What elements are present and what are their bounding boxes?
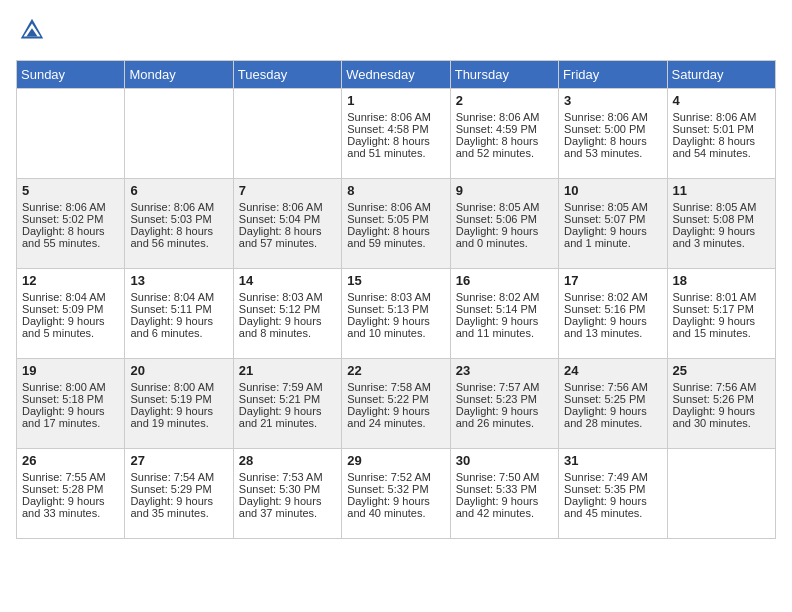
calendar-cell: 27Sunrise: 7:54 AMSunset: 5:29 PMDayligh…: [125, 449, 233, 539]
day-info: Sunrise: 8:06 AM: [130, 201, 227, 213]
weekday-header-wednesday: Wednesday: [342, 61, 450, 89]
day-number: 16: [456, 273, 553, 288]
day-info: Daylight: 9 hours and 21 minutes.: [239, 405, 336, 429]
day-info: Sunrise: 8:02 AM: [456, 291, 553, 303]
day-info: Sunset: 5:26 PM: [673, 393, 770, 405]
day-info: Sunset: 4:59 PM: [456, 123, 553, 135]
day-info: Sunrise: 8:06 AM: [347, 201, 444, 213]
day-info: Sunrise: 8:04 AM: [22, 291, 119, 303]
calendar-cell: 8Sunrise: 8:06 AMSunset: 5:05 PMDaylight…: [342, 179, 450, 269]
day-number: 22: [347, 363, 444, 378]
day-info: Sunset: 5:13 PM: [347, 303, 444, 315]
calendar-cell: 5Sunrise: 8:06 AMSunset: 5:02 PMDaylight…: [17, 179, 125, 269]
day-info: Sunset: 5:01 PM: [673, 123, 770, 135]
day-info: Sunrise: 8:00 AM: [22, 381, 119, 393]
day-number: 26: [22, 453, 119, 468]
day-number: 18: [673, 273, 770, 288]
day-info: Sunset: 5:18 PM: [22, 393, 119, 405]
day-info: Sunrise: 7:52 AM: [347, 471, 444, 483]
calendar-cell: 30Sunrise: 7:50 AMSunset: 5:33 PMDayligh…: [450, 449, 558, 539]
calendar-cell: 12Sunrise: 8:04 AMSunset: 5:09 PMDayligh…: [17, 269, 125, 359]
day-number: 30: [456, 453, 553, 468]
day-info: Daylight: 8 hours and 54 minutes.: [673, 135, 770, 159]
day-info: Daylight: 8 hours and 53 minutes.: [564, 135, 661, 159]
day-info: Daylight: 8 hours and 59 minutes.: [347, 225, 444, 249]
day-number: 15: [347, 273, 444, 288]
day-info: Daylight: 9 hours and 6 minutes.: [130, 315, 227, 339]
day-number: 20: [130, 363, 227, 378]
day-info: Sunrise: 7:55 AM: [22, 471, 119, 483]
weekday-header-friday: Friday: [559, 61, 667, 89]
calendar-cell: 22Sunrise: 7:58 AMSunset: 5:22 PMDayligh…: [342, 359, 450, 449]
day-info: Sunset: 5:25 PM: [564, 393, 661, 405]
day-info: Sunset: 5:33 PM: [456, 483, 553, 495]
day-info: Daylight: 9 hours and 15 minutes.: [673, 315, 770, 339]
day-info: Sunset: 5:00 PM: [564, 123, 661, 135]
day-number: 31: [564, 453, 661, 468]
day-info: Sunrise: 7:58 AM: [347, 381, 444, 393]
calendar-cell: 3Sunrise: 8:06 AMSunset: 5:00 PMDaylight…: [559, 89, 667, 179]
day-number: 7: [239, 183, 336, 198]
day-info: Daylight: 9 hours and 35 minutes.: [130, 495, 227, 519]
calendar-cell: 29Sunrise: 7:52 AMSunset: 5:32 PMDayligh…: [342, 449, 450, 539]
day-info: Daylight: 9 hours and 30 minutes.: [673, 405, 770, 429]
day-info: Sunrise: 8:06 AM: [347, 111, 444, 123]
day-info: Sunrise: 8:03 AM: [347, 291, 444, 303]
calendar-cell: 18Sunrise: 8:01 AMSunset: 5:17 PMDayligh…: [667, 269, 775, 359]
day-info: Sunrise: 8:01 AM: [673, 291, 770, 303]
day-number: 8: [347, 183, 444, 198]
weekday-header-row: SundayMondayTuesdayWednesdayThursdayFrid…: [17, 61, 776, 89]
calendar-cell: 9Sunrise: 8:05 AMSunset: 5:06 PMDaylight…: [450, 179, 558, 269]
day-number: 14: [239, 273, 336, 288]
day-number: 9: [456, 183, 553, 198]
day-info: Sunrise: 8:05 AM: [564, 201, 661, 213]
calendar-cell: 20Sunrise: 8:00 AMSunset: 5:19 PMDayligh…: [125, 359, 233, 449]
calendar-cell: 10Sunrise: 8:05 AMSunset: 5:07 PMDayligh…: [559, 179, 667, 269]
weekday-header-monday: Monday: [125, 61, 233, 89]
logo-icon: [18, 16, 46, 44]
day-info: Sunrise: 7:56 AM: [564, 381, 661, 393]
calendar-cell: 16Sunrise: 8:02 AMSunset: 5:14 PMDayligh…: [450, 269, 558, 359]
calendar-week-row: 19Sunrise: 8:00 AMSunset: 5:18 PMDayligh…: [17, 359, 776, 449]
day-info: Daylight: 9 hours and 42 minutes.: [456, 495, 553, 519]
day-info: Daylight: 8 hours and 51 minutes.: [347, 135, 444, 159]
logo: [16, 16, 46, 48]
day-info: Sunset: 5:12 PM: [239, 303, 336, 315]
calendar-cell: 19Sunrise: 8:00 AMSunset: 5:18 PMDayligh…: [17, 359, 125, 449]
day-info: Daylight: 9 hours and 45 minutes.: [564, 495, 661, 519]
calendar-cell: 1Sunrise: 8:06 AMSunset: 4:58 PMDaylight…: [342, 89, 450, 179]
day-info: Sunrise: 8:04 AM: [130, 291, 227, 303]
day-number: 3: [564, 93, 661, 108]
calendar-cell: 31Sunrise: 7:49 AMSunset: 5:35 PMDayligh…: [559, 449, 667, 539]
day-info: Sunset: 5:17 PM: [673, 303, 770, 315]
day-info: Sunset: 5:08 PM: [673, 213, 770, 225]
day-info: Daylight: 8 hours and 52 minutes.: [456, 135, 553, 159]
day-number: 5: [22, 183, 119, 198]
day-info: Sunrise: 8:06 AM: [673, 111, 770, 123]
day-info: Daylight: 9 hours and 0 minutes.: [456, 225, 553, 249]
day-info: Daylight: 9 hours and 1 minute.: [564, 225, 661, 249]
day-number: 1: [347, 93, 444, 108]
weekday-header-saturday: Saturday: [667, 61, 775, 89]
day-info: Sunset: 4:58 PM: [347, 123, 444, 135]
calendar-cell: 13Sunrise: 8:04 AMSunset: 5:11 PMDayligh…: [125, 269, 233, 359]
day-info: Sunset: 5:28 PM: [22, 483, 119, 495]
day-info: Sunset: 5:32 PM: [347, 483, 444, 495]
day-info: Daylight: 9 hours and 40 minutes.: [347, 495, 444, 519]
day-info: Sunset: 5:16 PM: [564, 303, 661, 315]
day-info: Sunrise: 8:02 AM: [564, 291, 661, 303]
day-info: Sunrise: 7:49 AM: [564, 471, 661, 483]
calendar-cell: 14Sunrise: 8:03 AMSunset: 5:12 PMDayligh…: [233, 269, 341, 359]
day-info: Daylight: 9 hours and 5 minutes.: [22, 315, 119, 339]
calendar-cell: 26Sunrise: 7:55 AMSunset: 5:28 PMDayligh…: [17, 449, 125, 539]
calendar-cell: 15Sunrise: 8:03 AMSunset: 5:13 PMDayligh…: [342, 269, 450, 359]
calendar-cell: 17Sunrise: 8:02 AMSunset: 5:16 PMDayligh…: [559, 269, 667, 359]
day-number: 10: [564, 183, 661, 198]
calendar-cell: 2Sunrise: 8:06 AMSunset: 4:59 PMDaylight…: [450, 89, 558, 179]
calendar-cell: 6Sunrise: 8:06 AMSunset: 5:03 PMDaylight…: [125, 179, 233, 269]
day-info: Sunset: 5:35 PM: [564, 483, 661, 495]
day-number: 24: [564, 363, 661, 378]
day-info: Sunrise: 7:50 AM: [456, 471, 553, 483]
weekday-header-tuesday: Tuesday: [233, 61, 341, 89]
day-info: Sunrise: 8:06 AM: [456, 111, 553, 123]
